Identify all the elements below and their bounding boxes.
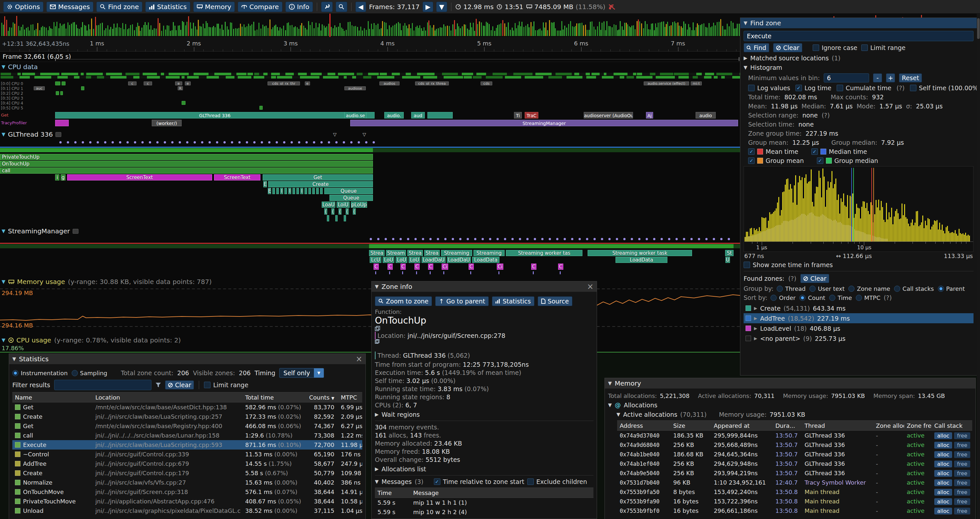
- collapse-icon[interactable]: ▼: [2, 131, 5, 137]
- timeline-zone[interactable]: U: [725, 257, 730, 263]
- wait-regions-toggle[interactable]: ▶Wait regions: [375, 411, 593, 418]
- message-dot[interactable]: [676, 238, 678, 240]
- zone-statistics-button[interactable]: Statistics: [492, 296, 535, 306]
- histogram-toggle[interactable]: ▼Histogram: [744, 64, 974, 71]
- timeline-zone[interactable]: Stream: [386, 250, 406, 256]
- message-dot[interactable]: [171, 141, 173, 144]
- cpu-zone[interactable]: audio.: [384, 112, 404, 118]
- zone-info-titlebar[interactable]: ▼ Zone info ×: [372, 281, 597, 292]
- sampling-radio[interactable]: Sampling: [72, 370, 107, 377]
- frame-select-button[interactable]: ▼: [436, 2, 447, 12]
- message-dot[interactable]: [631, 238, 633, 240]
- messages-table-header[interactable]: Time Message: [375, 487, 593, 498]
- message-dot[interactable]: [59, 141, 62, 144]
- allocation-row[interactable]: 0x74ab1ef040256 KB294,629,948ns13:50.7GL…: [617, 459, 972, 468]
- statistics-row[interactable]: Normalizejni/../jni/src/claw/vfs/Vfs.cpp…: [12, 478, 362, 487]
- free-callstack-button[interactable]: free: [954, 432, 970, 439]
- cpu-zone[interactable]: cds_ol_rx_thr: [267, 81, 300, 85]
- timeline-zone[interactable]: ScreenText: [214, 174, 260, 180]
- reset-button[interactable]: Reset: [899, 73, 922, 83]
- message-dot[interactable]: [156, 141, 159, 144]
- message-row[interactable]: 5.59 smip 11 w 1 h 1 (1): [375, 498, 593, 507]
- timeline-zone[interactable]: [309, 188, 311, 194]
- message-dot[interactable]: [504, 238, 506, 240]
- timeline-zone[interactable]: Queue: [329, 195, 373, 201]
- sort-by-order[interactable]: Order: [770, 294, 795, 301]
- allocation-row[interactable]: 0x74a9d68040256 KB295,668,489ns13:50.7GL…: [617, 440, 972, 450]
- timeline-zone[interactable]: (: [346, 208, 348, 214]
- timeline-zone[interactable]: C: [428, 263, 433, 270]
- message-dot[interactable]: [74, 141, 76, 144]
- message-dot[interactable]: [668, 238, 670, 240]
- message-dot[interactable]: [186, 141, 188, 144]
- message-dot[interactable]: [593, 238, 596, 240]
- find-button[interactable]: Find: [744, 43, 769, 52]
- group-by-thread[interactable]: Thread: [777, 285, 805, 292]
- timeline-zone[interactable]: C: [414, 263, 420, 270]
- allocations-list-toggle[interactable]: ▶Allocations list: [375, 465, 593, 473]
- free-callstack-button[interactable]: free: [954, 451, 970, 458]
- alloc-callstack-button[interactable]: alloc: [934, 479, 952, 486]
- cpu-zone[interactable]: mi:t: [691, 81, 702, 85]
- cpu-zone[interactable]: audio.se: [344, 112, 366, 118]
- timeline-zone[interactable]: Create: [268, 181, 373, 187]
- message-dot[interactable]: [370, 238, 372, 240]
- timeline-zone[interactable]: LoaU: [322, 201, 335, 208]
- free-callstack-button[interactable]: free: [954, 489, 970, 496]
- message-dot[interactable]: [134, 141, 136, 144]
- message-dot[interactable]: [343, 141, 345, 144]
- message-dot[interactable]: [437, 238, 439, 240]
- message-dot[interactable]: [126, 141, 129, 144]
- timeline-zone[interactable]: Get: [262, 174, 373, 180]
- message-dot[interactable]: [194, 141, 196, 144]
- timeline-zone[interactable]: C: [374, 263, 379, 270]
- close-icon[interactable]: ×: [587, 283, 593, 291]
- message-dot[interactable]: [216, 141, 218, 144]
- message-dot[interactable]: [97, 141, 99, 144]
- filter-input[interactable]: [54, 380, 151, 390]
- timeline-zone[interactable]: LoU: [409, 257, 420, 263]
- legend-group-median[interactable]: ✓Group median: [817, 157, 878, 164]
- message-row[interactable]: 5.59 smip 10 w 2 h 2 (4): [375, 507, 593, 517]
- find-zone-input[interactable]: Execute: [744, 31, 974, 41]
- message-dot[interactable]: [549, 238, 551, 240]
- message-dot[interactable]: [305, 141, 308, 144]
- message-dot[interactable]: [320, 141, 323, 144]
- statistics-row[interactable]: Createjni/../jni/src/claw/base/LuaScript…: [12, 412, 362, 421]
- relative-time-checkbox[interactable]: ✓Time relative to zone start: [434, 478, 524, 485]
- timeline-zone[interactable]: E: [263, 181, 267, 187]
- cpu-zone[interactable]: cds: [480, 81, 492, 85]
- allocation-row[interactable]: 0x74ab1be040186.68 KB294,645,364ns13:50.…: [617, 450, 972, 459]
- find-zone-button[interactable]: Find zone: [96, 2, 142, 12]
- timeline-zone[interactable]: LoadDaU: [447, 257, 471, 263]
- message-dot[interactable]: [467, 238, 469, 240]
- cpu-zone[interactable]: audiose: [344, 86, 366, 90]
- group-by-zone-name[interactable]: Zone name: [848, 285, 890, 292]
- message-dot[interactable]: [444, 238, 447, 240]
- group-by-call-stacks[interactable]: Call stacks: [894, 285, 934, 292]
- timeline-zone[interactable]: Ci: [497, 263, 503, 270]
- statistics-row[interactable]: OnTouchMovejni/../jni/src/guif/Screen.cp…: [12, 487, 362, 497]
- timeline-zone[interactable]: LoU: [396, 257, 407, 263]
- found-clear-button[interactable]: Clear: [800, 274, 829, 283]
- message-dot[interactable]: [268, 141, 270, 144]
- statistics-titlebar[interactable]: ▼ Statistics ×: [9, 354, 366, 364]
- timeline-zone[interactable]: PrivateTouchUp: [0, 154, 373, 160]
- cpu-zone[interactable]: GLThread 336: [55, 112, 375, 118]
- statistics-row[interactable]: ~Controljni/../jni/src/guif/Control.cpp:…: [12, 450, 362, 459]
- filter-clear-button[interactable]: Clear: [165, 380, 194, 390]
- sort-by-mtpc[interactable]: MTPC: [856, 294, 880, 301]
- message-dot[interactable]: [164, 141, 166, 144]
- cpu-zone[interactable]: c: [144, 81, 152, 85]
- timeline-zone[interactable]: [285, 188, 287, 194]
- zoom-to-zone-button[interactable]: Zoom to zone: [375, 296, 432, 306]
- matched-locations-toggle[interactable]: ▶Matched source locations(1): [744, 54, 974, 62]
- legend-group-mean[interactable]: ✓Group mean: [748, 157, 804, 164]
- alloc-callstack-button[interactable]: alloc: [934, 442, 952, 449]
- message-dot[interactable]: [586, 238, 588, 240]
- message-dot[interactable]: [283, 141, 285, 144]
- message-dot[interactable]: [350, 141, 353, 144]
- allocations-section-toggle[interactable]: ▼@Allocations: [608, 401, 972, 409]
- message-dot[interactable]: [496, 238, 499, 240]
- timeline-zone[interactable]: LcU: [370, 257, 381, 263]
